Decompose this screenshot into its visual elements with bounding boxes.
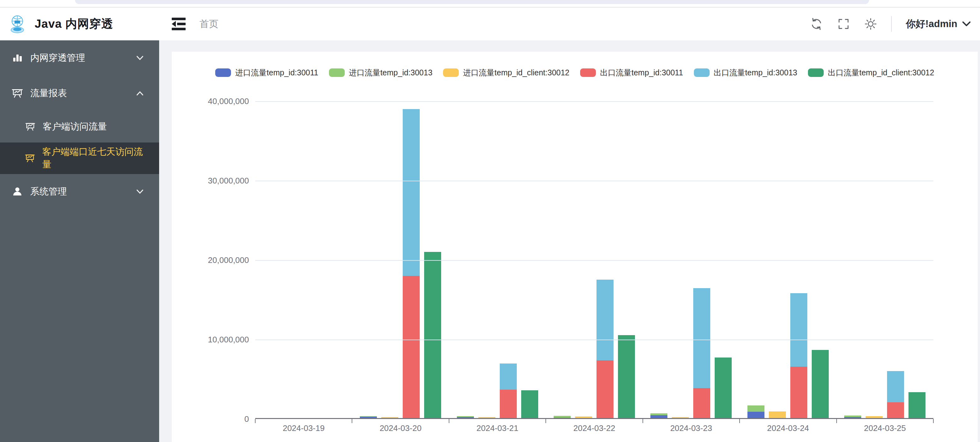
sidebar-subitem-client-traffic[interactable]: 客户端访问流量 <box>0 111 159 142</box>
bar-segment <box>500 364 517 390</box>
bar-segment <box>457 417 474 418</box>
theme-sun-icon[interactable] <box>864 18 877 30</box>
user-dropdown-caret <box>962 21 971 27</box>
chevron-down-icon <box>136 189 144 195</box>
sidebar-item-tunnel-management[interactable]: 内网穿透管理 <box>0 40 159 76</box>
app-title: Java 内网穿透 <box>35 16 113 32</box>
bar-segment <box>748 405 764 412</box>
breadcrumb[interactable]: 首页 <box>199 18 218 30</box>
chart-card: 进口流量temp_id:30011进口流量temp_id:30013进口流量te… <box>172 52 978 442</box>
legend-marker <box>580 69 596 77</box>
bar-stack <box>597 280 614 418</box>
bar-stack <box>844 415 861 418</box>
data-board-icon <box>25 153 35 164</box>
bar-stack <box>887 371 904 418</box>
y-axis-tick-label: 30,000,000 <box>177 176 249 186</box>
sidebar-subitem-label: 客户端访问流量 <box>43 120 107 133</box>
sidebar-item-traffic-reports[interactable]: 流量报表 <box>0 76 159 111</box>
x-axis-tick <box>739 419 740 423</box>
category-group <box>546 101 643 418</box>
bar-segment <box>360 417 377 418</box>
main-content: 进口流量temp_id:30011进口流量temp_id:30013进口流量te… <box>159 40 980 442</box>
gridline <box>255 101 933 102</box>
x-axis-tick <box>933 419 934 423</box>
bar-stack <box>651 413 667 418</box>
bar-stack <box>672 417 689 418</box>
bar-segment <box>693 388 710 418</box>
sidebar-subitem-label: 客户端端口近七天访问流量 <box>42 146 144 171</box>
legend-item[interactable]: 出口流量temp_id_client:30012 <box>808 67 934 78</box>
user-dropdown[interactable]: 你好!admin <box>906 18 971 30</box>
fullscreen-icon[interactable] <box>837 18 850 30</box>
bar-segment <box>597 280 614 361</box>
bar-segment <box>500 390 517 418</box>
header-actions: 你好!admin <box>810 16 980 32</box>
bar-chart-icon <box>11 52 23 64</box>
category-group <box>837 101 933 418</box>
category-group <box>449 101 546 418</box>
bar-segment <box>381 417 398 418</box>
bar-stack <box>554 416 571 418</box>
gridline <box>255 260 933 261</box>
legend-item[interactable]: 出口流量temp_id:30011 <box>580 67 683 78</box>
legend-label: 进口流量temp_id_client:30012 <box>463 67 570 78</box>
y-axis-tick-label: 40,000,000 <box>177 96 249 106</box>
legend-item[interactable]: 进口流量temp_id:30013 <box>329 67 432 78</box>
y-axis-tick-label: 0 <box>177 414 249 424</box>
gridline <box>255 340 933 340</box>
x-axis-label: 2024-03-24 <box>740 423 836 433</box>
bar-segment <box>693 288 710 388</box>
x-axis-label: 2024-03-23 <box>643 423 740 433</box>
refresh-icon[interactable] <box>810 18 823 30</box>
x-axis-tick <box>836 419 837 423</box>
legend-item[interactable]: 出口流量temp_id:30013 <box>694 67 797 78</box>
header-divider <box>891 16 892 32</box>
plot-area: 2024-03-192024-03-202024-03-212024-03-22… <box>255 101 933 419</box>
gridline <box>255 181 933 181</box>
x-axis-label: 2024-03-20 <box>352 423 449 433</box>
category-group <box>255 101 352 418</box>
bar-stack <box>424 252 441 418</box>
bar-segment <box>672 417 689 418</box>
legend-label: 出口流量temp_id_client:30012 <box>828 67 934 78</box>
bar-segment <box>521 390 538 418</box>
bar-stack <box>769 412 786 418</box>
bar-stack <box>748 405 764 418</box>
data-board-icon <box>11 87 23 99</box>
bar-segment <box>424 252 441 418</box>
fold-sidebar-icon[interactable] <box>172 18 186 30</box>
bar-stack <box>715 357 732 418</box>
sidebar-item-label: 系统管理 <box>30 185 136 198</box>
legend-item[interactable]: 进口流量temp_id:30011 <box>215 67 318 78</box>
x-axis-tick <box>546 419 546 423</box>
legend-marker <box>808 69 824 77</box>
x-axis-label: 2024-03-25 <box>837 423 933 433</box>
bar-stack <box>693 288 710 418</box>
bar-segment <box>908 392 926 418</box>
bar-stack <box>360 416 377 418</box>
category-group <box>740 101 836 418</box>
logo-block: Java 内网穿透 <box>0 8 159 40</box>
bar-segment <box>812 350 829 418</box>
bar-stack <box>381 417 398 418</box>
category-group <box>643 101 740 418</box>
bar-stack <box>478 417 495 418</box>
x-axis-tick <box>255 419 256 423</box>
bar-stack <box>403 109 420 418</box>
bar-stack <box>457 416 474 418</box>
x-axis-tick <box>352 419 352 423</box>
legend-label: 出口流量temp_id:30013 <box>714 67 797 78</box>
sidebar-subitem-client-port-7day-traffic[interactable]: 客户端端口近七天访问流量 <box>0 142 159 174</box>
bar-segment <box>748 412 764 418</box>
bar-segment <box>403 276 420 418</box>
legend-label: 出口流量temp_id:30011 <box>600 67 683 78</box>
bar-stack <box>790 293 807 418</box>
sidebar-item-system-management[interactable]: 系统管理 <box>0 174 159 209</box>
legend-item[interactable]: 进口流量temp_id_client:30012 <box>443 67 570 78</box>
legend-marker <box>443 69 459 77</box>
bar-segment <box>715 357 732 418</box>
sidebar: Java 内网穿透 内网穿透管理 <box>0 8 159 442</box>
bar-segment <box>790 293 807 367</box>
x-axis-label: 2024-03-22 <box>546 423 643 433</box>
x-axis-tick <box>449 419 449 423</box>
